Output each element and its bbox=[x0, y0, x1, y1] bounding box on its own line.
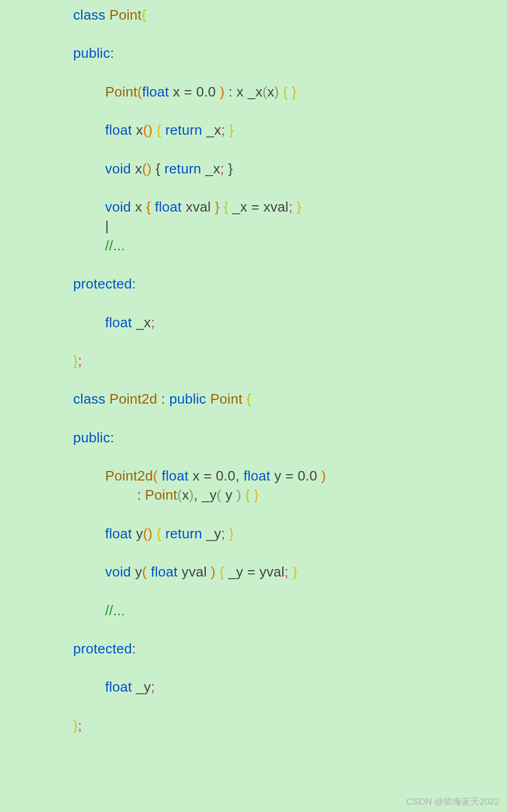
blank-line bbox=[73, 620, 507, 639]
blank-line bbox=[73, 140, 507, 159]
line-public2: public: bbox=[73, 428, 507, 447]
ctor-name: Point bbox=[105, 84, 137, 100]
text-cursor: | bbox=[105, 218, 109, 234]
param-x: x bbox=[169, 84, 184, 100]
line-member-x: float _x; bbox=[73, 313, 507, 332]
cursor-line: | bbox=[73, 216, 507, 235]
line-class-point2d: class Point2d : public Point { bbox=[73, 389, 507, 408]
line-close-class: }; bbox=[73, 351, 507, 370]
blank-line bbox=[73, 24, 507, 43]
line-class-point: class Point{ bbox=[73, 5, 507, 24]
class-name: Point bbox=[106, 7, 142, 23]
brace-open: { bbox=[142, 7, 146, 23]
blank-line bbox=[73, 332, 507, 351]
line-void-x2: void x { float xval } { _x = xval; } bbox=[73, 197, 507, 216]
line-public: public: bbox=[73, 43, 507, 63]
line-ctor-point: Point(float x = 0.0 ) : x _x(x) { } bbox=[73, 82, 507, 101]
code-block: class Point{ public: Point(float x = 0.0… bbox=[0, 0, 507, 735]
blank-line bbox=[73, 370, 507, 389]
watermark-text: CSDN @碧海蓝天2022 bbox=[406, 796, 500, 808]
blank-line bbox=[73, 101, 507, 120]
line-close-class2: }; bbox=[73, 716, 507, 735]
type-float: float bbox=[142, 84, 169, 100]
line-void-x1: void x() { return _x; } bbox=[73, 159, 507, 178]
line-float-x: float x() { return _x; } bbox=[73, 120, 507, 139]
blank-line bbox=[73, 255, 507, 274]
line-comment: //... bbox=[73, 236, 507, 255]
colon: : bbox=[110, 45, 115, 61]
paren: ( bbox=[137, 84, 142, 100]
line-protected2: protected: bbox=[73, 639, 507, 658]
line-ctor-point2d: Point2d( float x = 0.0, float y = 0.0 ) bbox=[73, 466, 507, 485]
blank-line bbox=[73, 63, 507, 82]
line-member-y: float _y; bbox=[73, 677, 507, 696]
line-ctor-init: : Point(x), _y( y ) { } bbox=[73, 485, 507, 504]
blank-line bbox=[73, 658, 507, 677]
blank-line bbox=[73, 178, 507, 197]
blank-line bbox=[73, 697, 507, 716]
blank-line bbox=[73, 543, 507, 562]
blank-line bbox=[73, 409, 507, 428]
blank-line bbox=[73, 294, 507, 313]
line-float-y: float y() { return _y; } bbox=[73, 524, 507, 543]
blank-line bbox=[73, 505, 507, 524]
line-void-y: void y( float yval ) { _y = yval; } bbox=[73, 562, 507, 581]
blank-line bbox=[73, 582, 507, 601]
line-protected: protected: bbox=[73, 274, 507, 293]
line-comment2: //... bbox=[73, 601, 507, 620]
keyword-public: public bbox=[73, 45, 110, 61]
blank-line bbox=[73, 447, 507, 466]
keyword-class: class bbox=[73, 7, 106, 23]
